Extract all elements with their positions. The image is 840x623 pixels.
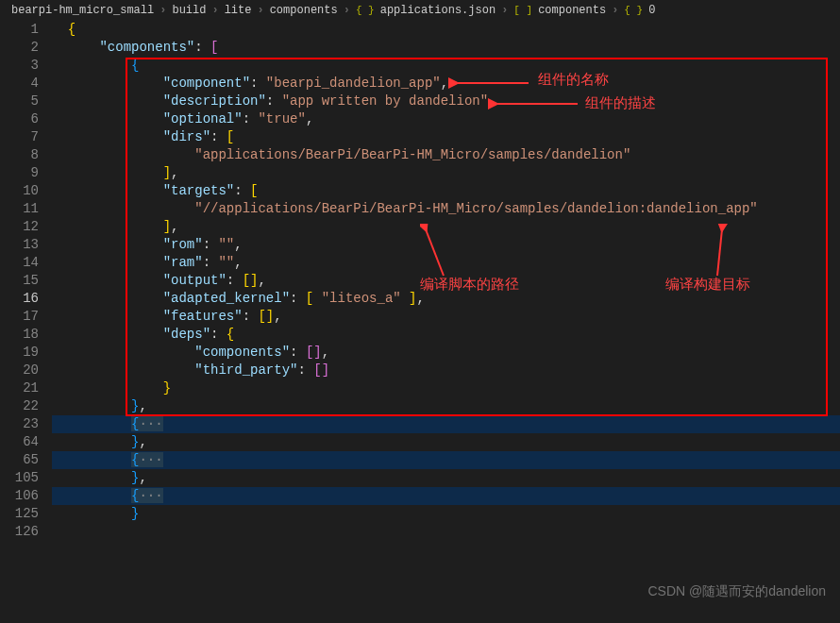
line-number: 13 bbox=[0, 236, 39, 254]
json-value: "bearpi_dandelion_app" bbox=[266, 76, 441, 91]
line-number: 6 bbox=[0, 110, 39, 128]
breadcrumb-item[interactable]: components bbox=[538, 4, 606, 17]
line-number: 16 bbox=[0, 290, 39, 308]
breadcrumb-item[interactable]: components bbox=[270, 4, 338, 17]
editor[interactable]: 1 2 3 4 5 6 7 8 9 10 11 12 13 14 15 16 1… bbox=[0, 21, 840, 623]
line-number: 126 bbox=[0, 523, 39, 541]
breadcrumb-item[interactable]: build bbox=[172, 4, 206, 17]
json-key: "deps" bbox=[163, 327, 210, 342]
chevron-right-icon bbox=[344, 4, 350, 17]
line-number: 19 bbox=[0, 344, 39, 362]
json-value: "app written by dandelion" bbox=[282, 93, 488, 109]
line-number: 12 bbox=[0, 218, 39, 236]
breadcrumb[interactable]: bearpi-hm_micro_small build lite compone… bbox=[0, 0, 840, 21]
json-value: "" bbox=[218, 237, 234, 252]
line-number: 15 bbox=[0, 272, 39, 290]
json-key: "description" bbox=[163, 93, 266, 109]
object-icon: { } bbox=[624, 5, 643, 16]
line-number: 125 bbox=[0, 505, 39, 523]
line-number: 17 bbox=[0, 308, 39, 326]
json-value: "liteos_a" bbox=[322, 291, 401, 306]
line-number: 2 bbox=[0, 39, 39, 57]
json-key: "features" bbox=[163, 309, 243, 324]
chevron-right-icon bbox=[160, 4, 166, 17]
chevron-right-icon bbox=[501, 4, 508, 17]
breadcrumb-item[interactable]: 0 bbox=[648, 4, 655, 17]
line-number: 18 bbox=[0, 326, 39, 344]
chevron-right-icon bbox=[257, 4, 263, 17]
line-number: 9 bbox=[0, 164, 39, 182]
line-number: 105 bbox=[0, 469, 39, 487]
breadcrumb-item[interactable]: applications.json bbox=[380, 4, 496, 17]
json-key: "components" bbox=[99, 40, 194, 55]
json-key: "targets" bbox=[163, 183, 235, 198]
line-number: 4 bbox=[0, 75, 39, 93]
line-number: 106 bbox=[0, 487, 39, 505]
watermark: CSDN @随遇而安的dandelion bbox=[648, 583, 827, 600]
line-number: 14 bbox=[0, 254, 39, 272]
line-number: 65 bbox=[0, 451, 39, 469]
chevron-right-icon bbox=[211, 4, 218, 17]
json-icon: { } bbox=[356, 5, 375, 16]
json-key: "component" bbox=[163, 76, 250, 91]
array-icon: [ ] bbox=[513, 5, 532, 16]
json-key: "rom" bbox=[163, 237, 203, 252]
line-number: 5 bbox=[0, 93, 39, 110]
json-key: "third_party" bbox=[194, 362, 297, 378]
chevron-right-icon bbox=[612, 4, 618, 17]
json-value: "true" bbox=[258, 111, 305, 126]
line-number: 20 bbox=[0, 362, 39, 379]
line-number: 64 bbox=[0, 433, 39, 451]
breadcrumb-item[interactable]: bearpi-hm_micro_small bbox=[11, 4, 154, 17]
line-gutter: 1 2 3 4 5 6 7 8 9 10 11 12 13 14 15 16 1… bbox=[0, 21, 52, 623]
json-key: "optional" bbox=[163, 111, 243, 126]
code-area[interactable]: { "components": [ { "component": "bearpi… bbox=[52, 21, 840, 623]
line-number: 22 bbox=[0, 397, 39, 415]
line-number: 8 bbox=[0, 146, 39, 164]
json-key: "components" bbox=[194, 345, 290, 360]
line-number: 10 bbox=[0, 182, 39, 200]
line-number: 1 bbox=[0, 21, 39, 39]
line-number: 11 bbox=[0, 200, 39, 218]
json-value: "applications/BearPi/BearPi-HM_Micro/sam… bbox=[194, 147, 630, 162]
breadcrumb-item[interactable]: lite bbox=[225, 4, 252, 17]
json-key: "ram" bbox=[163, 255, 203, 270]
json-key: "dirs" bbox=[163, 129, 210, 144]
line-number: 7 bbox=[0, 128, 39, 146]
line-number: 23 bbox=[0, 415, 39, 433]
json-key: "adapted_kernel" bbox=[163, 291, 290, 306]
line-number: 3 bbox=[0, 57, 39, 75]
json-key: "output" bbox=[163, 273, 227, 288]
json-value: "" bbox=[218, 255, 234, 270]
json-value: "//applications/BearPi/BearPi-HM_Micro/s… bbox=[194, 201, 758, 216]
line-number: 21 bbox=[0, 379, 39, 397]
